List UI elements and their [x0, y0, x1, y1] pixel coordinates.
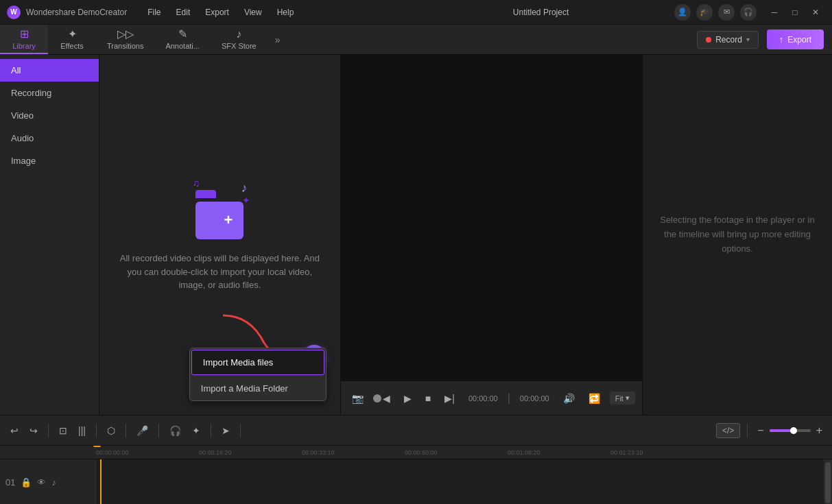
track-controls: 01 🔒 👁 ♪	[0, 459, 96, 504]
library-icon: ⊞	[20, 27, 29, 40]
cat-video[interactable]: Video	[0, 104, 99, 127]
main-area: All Recording Video Audio Image + ♪	[0, 55, 832, 415]
ruler-tick-5: 00:01:23:10	[610, 449, 643, 456]
left-panel: All Recording Video Audio Image + ♪	[0, 55, 341, 415]
menu-bar: File Edit Export View Help	[141, 5, 407, 20]
menu-view[interactable]: View	[237, 5, 269, 20]
right-hint-text: Selecting the footage in the player or i…	[656, 213, 818, 256]
cat-image[interactable]: Image	[0, 149, 99, 172]
crop-button[interactable]: ⊡	[56, 422, 71, 439]
fit-button[interactable]: Fit ▾	[610, 392, 635, 405]
record-chevron-icon: ▾	[746, 36, 750, 43]
track-lane[interactable]: L	[96, 459, 832, 504]
tab-annotations-label: Annotati...	[165, 42, 200, 50]
toolbar: ⊞ Library ✦ Effects ▷▷ Transitions ✎ Ann…	[0, 25, 832, 55]
cat-all[interactable]: All	[0, 59, 99, 82]
titlebar: W Wondershare DemoCreator File Edit Expo…	[0, 0, 832, 25]
minimize-button[interactable]: ─	[765, 5, 784, 19]
import-media-files-option[interactable]: Import Media files	[191, 350, 324, 375]
ruler-tick-0: 00:00:00:00	[96, 449, 129, 456]
zoom-slider[interactable]	[770, 429, 811, 432]
cat-audio[interactable]: Audio	[0, 127, 99, 149]
tab-transitions[interactable]: ▷▷ Transitions	[96, 25, 154, 54]
tab-transitions-label: Transitions	[107, 42, 143, 50]
tab-sfx[interactable]: ♪ SFX Store	[211, 25, 268, 54]
screenshot-button[interactable]: 📷	[348, 390, 368, 407]
mail-icon[interactable]: ✉	[718, 4, 735, 21]
timeline-toolbar: ↩ ↪ ⊡ ||| ⬡ 🎤 🎧 ✦ ➤ </> − +	[0, 416, 832, 446]
track-audio-button[interactable]: ♪	[51, 477, 56, 488]
zoom-control: − +	[754, 423, 825, 438]
tab-effects[interactable]: ✦ Effects	[48, 25, 96, 54]
category-list: All Recording Video Audio Image	[0, 55, 99, 415]
headset-icon[interactable]: 🎧	[740, 4, 757, 21]
record-dot-icon	[706, 37, 711, 43]
ruler-tick-1: 00:00:16:20	[199, 449, 232, 456]
player-canvas	[341, 55, 642, 381]
app-name: Wondershare DemoCreator	[26, 8, 127, 17]
transitions-icon: ▷▷	[117, 27, 134, 40]
restore-button[interactable]: □	[785, 5, 805, 19]
stop-button[interactable]: ■	[421, 390, 435, 407]
export-button[interactable]: ↑ Export	[767, 29, 824, 49]
motion-button[interactable]: ➤	[218, 422, 233, 439]
close-button[interactable]: ✕	[806, 5, 825, 19]
project-title: Untitled Project	[407, 8, 674, 17]
media-area[interactable]: + ♪ ♫ ✦ All recorded video clips will be…	[99, 55, 340, 415]
effects-tl-button[interactable]: ✦	[189, 422, 204, 439]
step-fwd-button[interactable]: ▶|	[440, 390, 459, 407]
scrollbar-thumb	[825, 462, 831, 503]
menu-edit[interactable]: Edit	[169, 5, 198, 20]
volume-button[interactable]: 🔊	[559, 390, 579, 407]
cat-recording[interactable]: Recording	[0, 82, 99, 104]
menu-file[interactable]: File	[141, 5, 167, 20]
vertical-scrollbar[interactable]	[824, 459, 832, 504]
tab-group: ⊞ Library ✦ Effects ▷▷ Transitions ✎ Ann…	[0, 25, 288, 54]
more-tabs-button[interactable]: »	[268, 25, 288, 54]
mic-button[interactable]: 🎤	[133, 422, 152, 439]
bottom-area: ↩ ↪ ⊡ ||| ⬡ 🎤 🎧 ✦ ➤ </> − + 00:00:00:0	[0, 415, 832, 504]
export-label: Export	[787, 35, 811, 45]
zoom-out-button[interactable]: −	[754, 423, 766, 438]
code-icon: </>	[722, 426, 734, 435]
effects-icon: ✦	[68, 27, 77, 40]
ruler-tick-2: 00:00:33:10	[302, 449, 335, 456]
code-button[interactable]: </>	[716, 423, 740, 438]
track-visibility-button[interactable]: 👁	[37, 477, 46, 488]
split-button[interactable]: |||	[75, 422, 89, 439]
zoom-in-button[interactable]: +	[813, 423, 825, 438]
record-button[interactable]: Record ▾	[697, 31, 759, 49]
import-popup: Import Media files Import a Media Folder	[189, 348, 326, 401]
graduation-icon[interactable]: 🎓	[696, 4, 713, 21]
account-icon[interactable]: 👤	[674, 4, 691, 21]
zoom-slider-fill	[770, 429, 792, 432]
ruler-tick-3: 00:00:50:00	[405, 449, 438, 456]
more-tabs-icon: »	[275, 34, 281, 45]
toolbar-divider-6	[240, 424, 241, 437]
ruler-tick-4: 00:01:08:20	[508, 449, 540, 456]
timeline-ruler: 00:00:00:00 00:00:16:20 00:00:33:10 00:0…	[0, 446, 832, 459]
voice-button[interactable]: 🎧	[166, 422, 185, 439]
time-total: 00:00:00	[520, 394, 549, 403]
track-lock-button[interactable]: 🔒	[21, 477, 32, 488]
loop-button[interactable]: 🔁	[584, 390, 604, 407]
tab-annotations[interactable]: ✎ Annotati...	[154, 25, 211, 54]
sfx-icon: ♪	[236, 28, 241, 40]
play-button[interactable]: ▶	[400, 390, 416, 407]
tab-sfx-label: SFX Store	[222, 42, 257, 50]
shield-button[interactable]: ⬡	[104, 422, 119, 439]
window-controls: ─ □ ✕	[765, 5, 825, 19]
record-label: Record	[715, 35, 742, 45]
fit-chevron-icon: ▾	[626, 394, 630, 403]
menu-export[interactable]: Export	[198, 5, 236, 20]
menu-help[interactable]: Help	[270, 5, 301, 20]
undo-button[interactable]: ↩	[7, 422, 22, 439]
zoom-slider-thumb	[790, 427, 797, 434]
empty-folder-icon: + ♪ ♫ ✦	[189, 178, 250, 239]
toolbar-divider-4	[158, 424, 159, 437]
toolbar-divider-1	[48, 424, 49, 437]
import-media-folder-option[interactable]: Import a Media Folder	[190, 376, 326, 400]
tab-library[interactable]: ⊞ Library	[0, 25, 48, 54]
redo-button[interactable]: ↪	[26, 422, 41, 439]
playhead: L	[100, 459, 102, 504]
